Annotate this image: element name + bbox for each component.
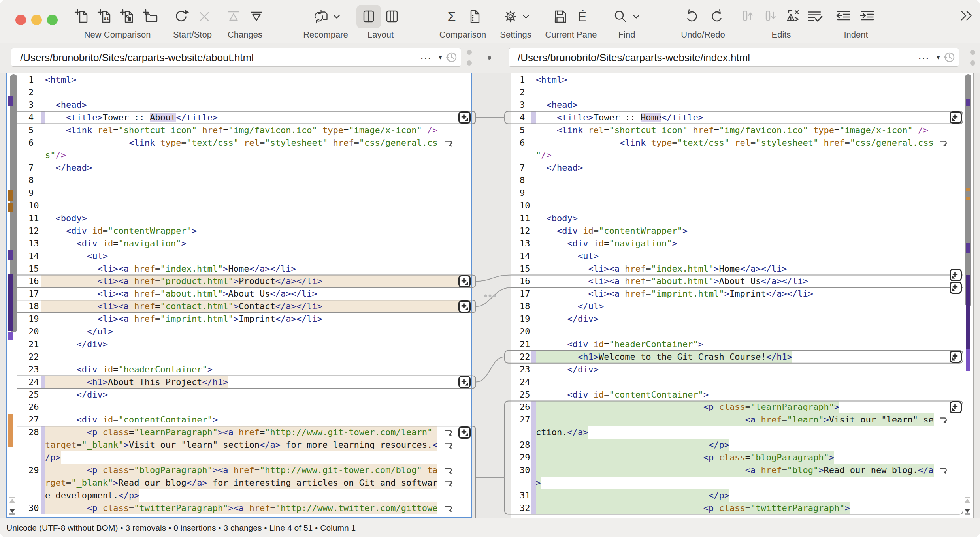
layout-three-pane-icon[interactable] — [383, 7, 401, 26]
path-more-button[interactable]: … — [420, 49, 432, 62]
merge-change-button[interactable] — [458, 426, 471, 439]
merge-change-button[interactable] — [950, 282, 962, 294]
goto-first-change-button[interactable] — [8, 496, 16, 504]
code-span: "shortcut icon" — [609, 125, 688, 135]
change-map-mark[interactable] — [966, 349, 970, 371]
new-image-comparison-icon[interactable] — [119, 7, 138, 26]
code-span: > — [818, 465, 824, 475]
report-document-icon[interactable] — [465, 7, 484, 26]
change-map-mark[interactable] — [8, 250, 13, 260]
outdent-icon[interactable] — [835, 7, 854, 26]
code-span — [588, 390, 593, 400]
code-span: > — [829, 453, 834, 462]
change-map-mark[interactable] — [966, 275, 970, 349]
code-text: <link type="text/css" rel="stylesheet" h… — [536, 137, 934, 149]
change-indicator-strip — [531, 489, 536, 502]
merge-change-button[interactable] — [458, 275, 471, 287]
previous-change-icon[interactable] — [224, 7, 243, 26]
code-span: </a></li> — [275, 314, 322, 324]
code-span: = — [66, 478, 71, 488]
change-map-mark[interactable] — [8, 203, 13, 212]
new-folder-comparison-icon[interactable] — [141, 7, 160, 26]
code-span: > — [234, 314, 239, 324]
code-span: "index.html" — [160, 264, 223, 274]
path-more-button[interactable]: … — [918, 49, 930, 62]
save-icon[interactable] — [551, 7, 570, 26]
indent-icon[interactable] — [858, 7, 877, 26]
new-text-comparison-icon[interactable] — [73, 7, 92, 26]
summary-sigma-icon[interactable]: Σ — [442, 7, 461, 26]
code-span: About — [150, 113, 176, 122]
change-map-mark[interactable] — [966, 188, 970, 191]
code-row: <p class="twitterParagraph"> — [531, 502, 964, 514]
change-map-mark[interactable] — [966, 243, 970, 253]
change-map-mark[interactable] — [8, 96, 13, 106]
traffic-light-zoom[interactable] — [47, 15, 58, 25]
path-dropdown-arrow[interactable]: ▾ — [936, 53, 940, 62]
code-span: href — [134, 264, 155, 274]
change-map-mark[interactable] — [8, 332, 13, 340]
code-row: <p class="learnParagraph"><a href="http:… — [41, 426, 471, 439]
code-span: > — [714, 264, 719, 274]
chevron-down-icon[interactable] — [327, 7, 346, 26]
code-span: Home — [719, 264, 740, 274]
new-binary-comparison-icon[interactable]: 01 — [96, 7, 115, 26]
push-change-down-icon[interactable] — [761, 7, 780, 26]
chevron-down-icon[interactable] — [627, 7, 646, 26]
history-clock-icon[interactable] — [943, 51, 956, 65]
stop-icon[interactable] — [195, 7, 214, 26]
traffic-light-close[interactable] — [15, 15, 26, 25]
history-clock-icon[interactable] — [445, 51, 458, 65]
change-map-mark[interactable] — [966, 99, 970, 106]
discard-edits-icon[interactable] — [783, 7, 802, 26]
merge-change-button[interactable] — [950, 269, 962, 281]
merge-change-button[interactable] — [458, 300, 471, 313]
code-span: </a></li> — [275, 276, 322, 286]
code-text: <h1>Welcome to the Git Crash Course!</h1… — [536, 351, 792, 363]
left-file-path-field[interactable]: /Users/brunobrito/Sites/carparts-website… — [11, 48, 461, 67]
line-number: 7 — [520, 161, 525, 174]
code-span: href — [761, 465, 782, 475]
goto-first-change-button[interactable] — [963, 496, 971, 504]
line-number: 3 — [28, 99, 34, 111]
right-file-path-field[interactable]: /Users/brunobrito/Sites/carparts-website… — [509, 48, 959, 67]
path-dropdown-arrow[interactable]: ▾ — [438, 53, 442, 62]
code-row: ction.</a> — [531, 426, 964, 439]
code-row — [531, 174, 964, 187]
code-span — [620, 276, 625, 286]
change-map-mark[interactable] — [8, 414, 13, 447]
code-text: <a href="learn">Visit our "learn" se — [536, 413, 934, 426]
traffic-light-minimize[interactable] — [31, 15, 42, 25]
code-span: > — [181, 238, 186, 248]
restart-icon[interactable] — [172, 7, 190, 26]
change-map-mark[interactable] — [966, 197, 970, 200]
code-span: = — [604, 125, 609, 135]
merge-change-button[interactable] — [950, 351, 962, 363]
chevrons-right-icon[interactable] — [955, 6, 974, 25]
code-row — [41, 174, 471, 187]
code-row: <head> — [531, 99, 964, 111]
redo-icon[interactable] — [707, 7, 726, 26]
code-span — [536, 440, 709, 450]
change-map-mark[interactable] — [8, 190, 13, 201]
next-change-icon[interactable] — [247, 7, 266, 26]
chevron-down-icon[interactable] — [516, 7, 535, 26]
code-span — [646, 138, 651, 148]
code-span — [536, 402, 703, 412]
change-map-mark[interactable] — [8, 274, 13, 331]
merge-change-button[interactable] — [950, 401, 962, 413]
goto-last-change-button[interactable] — [963, 508, 971, 516]
push-change-up-icon[interactable] — [738, 7, 757, 26]
text-encoding-icon[interactable]: É — [573, 7, 592, 26]
undo-icon[interactable] — [683, 7, 702, 26]
code-span: "css/general.cs — [359, 138, 438, 148]
accept-edits-icon[interactable] — [805, 7, 824, 26]
merge-change-button[interactable] — [458, 111, 471, 124]
layout-two-pane-icon[interactable] — [359, 7, 378, 26]
code-span: <div — [45, 415, 97, 424]
code-span: <li><a — [45, 314, 129, 324]
merge-change-button[interactable] — [950, 111, 962, 124]
merge-change-button[interactable] — [458, 376, 471, 388]
goto-last-change-button[interactable] — [8, 508, 16, 516]
line-number: 17 — [28, 287, 39, 300]
